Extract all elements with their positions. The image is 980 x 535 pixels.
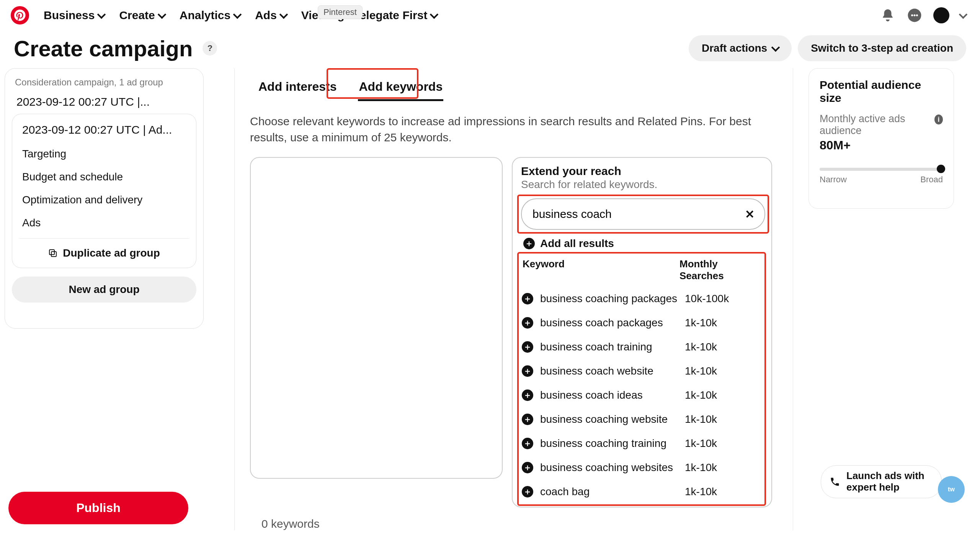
keyword-result-row[interactable]: ＋business coaching website1k-10k bbox=[521, 407, 762, 431]
keyword-monthly-searches: 1k-10k bbox=[685, 317, 761, 329]
nav-analytics-label: Analytics bbox=[180, 9, 230, 22]
duplicate-adgroup-button[interactable]: Duplicate ad group bbox=[19, 238, 189, 265]
keyword-count: 0 keywords bbox=[250, 507, 777, 530]
nav-create-label: Create bbox=[119, 9, 155, 22]
expert-label: Launch ads with expert help bbox=[846, 470, 931, 493]
keyword-monthly-searches: 1k-10k bbox=[685, 486, 761, 498]
keyword-text: business coach website bbox=[540, 364, 678, 378]
audience-slider[interactable] bbox=[820, 168, 943, 171]
plus-icon: ＋ bbox=[523, 238, 535, 249]
pinterest-logo-icon[interactable] bbox=[11, 6, 29, 25]
campaign-sidebar: Consideration campaign, 1 ad group 2023-… bbox=[5, 68, 204, 329]
logo-tooltip: Pinterest bbox=[318, 5, 363, 19]
publish-button[interactable]: Publish bbox=[8, 492, 188, 524]
add-keyword-icon[interactable]: ＋ bbox=[522, 389, 533, 401]
keyword-monthly-searches: 1k-10k bbox=[685, 341, 761, 353]
keyword-result-row[interactable]: ＋business coach ideas1k-10k bbox=[521, 383, 762, 407]
add-keyword-icon[interactable]: ＋ bbox=[522, 414, 533, 425]
nav-analytics[interactable]: Analytics bbox=[180, 9, 240, 22]
sidebar-link-ads[interactable]: Ads bbox=[19, 211, 189, 234]
add-keyword-icon[interactable]: ＋ bbox=[522, 341, 533, 353]
keyword-text: business coach packages bbox=[540, 316, 678, 329]
keyword-text: business coach training bbox=[540, 340, 678, 353]
svg-point-3 bbox=[916, 14, 918, 16]
tw-badge-icon[interactable]: tw bbox=[938, 476, 965, 503]
keyword-monthly-searches: 10k-100k bbox=[685, 293, 761, 305]
keyword-result-row[interactable]: ＋business coaching websites1k-10k bbox=[521, 455, 762, 479]
keyword-monthly-searches: 1k-10k bbox=[685, 413, 761, 425]
add-keyword-icon[interactable]: ＋ bbox=[522, 365, 533, 377]
sidebar-campaign-name[interactable]: 2023-09-12 00:27 UTC |... bbox=[12, 93, 196, 114]
bell-icon[interactable] bbox=[880, 7, 896, 23]
sidebar-link-optimization[interactable]: Optimization and delivery bbox=[19, 188, 189, 211]
clear-search-icon[interactable]: ✕ bbox=[745, 208, 755, 221]
extend-subtitle: Search for related keywords. bbox=[521, 178, 765, 191]
keyword-search-input[interactable] bbox=[521, 198, 765, 230]
chevron-down-icon bbox=[430, 10, 439, 19]
selected-keywords-box[interactable] bbox=[250, 157, 503, 479]
keyword-result-row[interactable]: ＋coach bag1k-10k bbox=[521, 479, 762, 504]
keyword-result-row[interactable]: ＋business coaching training1k-10k bbox=[521, 431, 762, 455]
nav-business[interactable]: Business bbox=[44, 9, 105, 22]
switch-creation-button[interactable]: Switch to 3-step ad creation bbox=[798, 35, 966, 61]
intro-text: Choose relevant keywords to increase ad … bbox=[250, 108, 777, 157]
avatar[interactable] bbox=[933, 7, 949, 23]
sidebar-link-targeting[interactable]: Targeting bbox=[19, 142, 189, 165]
chevron-down-icon bbox=[157, 10, 166, 19]
slider-knob[interactable] bbox=[937, 165, 945, 173]
tab-add-keywords[interactable]: Add keywords bbox=[358, 77, 443, 101]
phone-icon bbox=[830, 476, 840, 487]
keyword-result-row[interactable]: ＋business coaching packages10k-100k bbox=[521, 286, 762, 311]
column-monthly-searches: Monthly Searches bbox=[679, 258, 764, 282]
keyword-text: business coach ideas bbox=[540, 388, 678, 402]
add-keyword-icon[interactable]: ＋ bbox=[522, 438, 533, 449]
column-keyword: Keyword bbox=[523, 258, 679, 282]
keyword-results-list[interactable]: ＋business coaching packages10k-100k＋busi… bbox=[521, 286, 765, 504]
info-icon[interactable]: i bbox=[934, 115, 943, 124]
adgroup-card: 2023-09-12 00:27 UTC | Ad... Targeting B… bbox=[12, 114, 196, 268]
extend-reach-panel: Extend your reach Search for related key… bbox=[512, 157, 772, 507]
keyword-text: business coaching packages bbox=[540, 292, 678, 305]
draft-actions-button[interactable]: Draft actions bbox=[689, 35, 792, 61]
add-all-results-button[interactable]: ＋ Add all results bbox=[523, 237, 765, 250]
duplicate-icon bbox=[48, 249, 57, 258]
chevron-down-icon bbox=[97, 10, 106, 19]
add-keyword-icon[interactable]: ＋ bbox=[522, 293, 533, 304]
keyword-result-row[interactable]: ＋business coach website1k-10k bbox=[521, 359, 762, 383]
chat-icon[interactable] bbox=[906, 7, 923, 23]
keyword-text: business coaching websites bbox=[540, 461, 678, 474]
nav-create[interactable]: Create bbox=[119, 9, 165, 22]
keyword-table-header: Keyword Monthly Searches bbox=[521, 254, 765, 286]
keyword-monthly-searches: 1k-10k bbox=[685, 389, 761, 401]
adgroup-name[interactable]: 2023-09-12 00:27 UTC | Ad... bbox=[19, 120, 189, 142]
chevron-down-icon bbox=[771, 43, 780, 52]
keyword-result-row[interactable]: ＋business coach training1k-10k bbox=[521, 335, 762, 359]
sidebar-link-budget[interactable]: Budget and schedule bbox=[19, 165, 189, 188]
keyword-monthly-searches: 1k-10k bbox=[685, 365, 761, 377]
page-header: Create campaign ? Draft actions Switch t… bbox=[0, 31, 980, 68]
keyword-text: business coaching training bbox=[540, 437, 678, 450]
nav-ads-label: Ads bbox=[255, 9, 277, 22]
svg-rect-5 bbox=[51, 252, 56, 257]
slider-narrow-label: Narrow bbox=[820, 175, 847, 185]
add-keyword-icon[interactable]: ＋ bbox=[522, 486, 533, 497]
add-keyword-icon[interactable]: ＋ bbox=[522, 462, 533, 473]
main-panel: Add interests Add keywords Choose releva… bbox=[234, 68, 793, 530]
draft-actions-label: Draft actions bbox=[702, 42, 767, 54]
keyword-text: coach bag bbox=[540, 485, 678, 498]
nav-ads[interactable]: Ads bbox=[255, 9, 287, 22]
slider-broad-label: Broad bbox=[920, 175, 943, 185]
keyword-monthly-searches: 1k-10k bbox=[685, 437, 761, 450]
audience-size-card: Potential audience size Monthly active a… bbox=[808, 68, 954, 209]
new-adgroup-button[interactable]: New ad group bbox=[12, 276, 196, 303]
keyword-result-row[interactable]: ＋business coach packages1k-10k bbox=[521, 311, 762, 335]
duplicate-label: Duplicate ad group bbox=[63, 247, 160, 259]
audience-title: Potential audience size bbox=[820, 79, 943, 105]
tab-add-interests[interactable]: Add interests bbox=[258, 77, 337, 101]
add-keyword-icon[interactable]: ＋ bbox=[522, 317, 533, 329]
audience-subtitle: Monthly active ads audience bbox=[820, 113, 931, 137]
help-button[interactable]: ? bbox=[203, 41, 217, 56]
launch-expert-help-button[interactable]: Launch ads with expert help bbox=[821, 465, 942, 498]
svg-point-2 bbox=[913, 14, 915, 16]
chevron-down-icon[interactable] bbox=[959, 10, 968, 19]
